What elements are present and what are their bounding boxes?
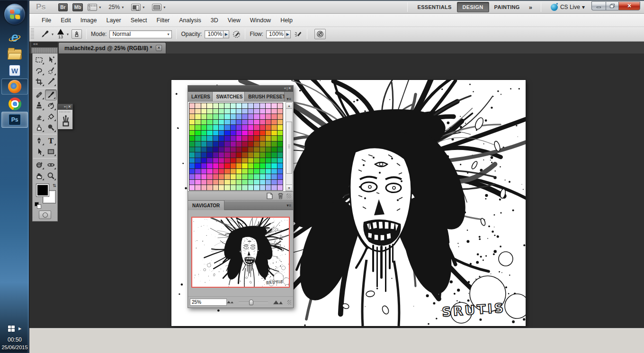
swatch-cell[interactable] <box>231 103 236 108</box>
swatch-cell[interactable] <box>219 163 224 168</box>
quick-mask-button[interactable] <box>39 211 51 219</box>
swatch-cell[interactable] <box>231 109 236 114</box>
menu-edit[interactable]: Edit <box>56 15 76 26</box>
navigator-menu-icon[interactable]: ▾≡ <box>285 203 293 208</box>
swatch-cell[interactable] <box>248 158 253 163</box>
swatch-cell[interactable] <box>224 174 230 179</box>
swatch-cell[interactable] <box>213 147 218 152</box>
scroll-down-icon[interactable]: ▼ <box>286 185 292 191</box>
swatch-cell[interactable] <box>224 125 230 130</box>
swatch-cell[interactable] <box>213 125 218 130</box>
panel-group-header[interactable]: «|✕ <box>188 86 293 92</box>
swatch-cell[interactable] <box>266 152 271 158</box>
tool-lasso[interactable] <box>33 65 45 76</box>
swatch-cell[interactable] <box>271 147 277 152</box>
swatch-cell[interactable] <box>195 158 200 163</box>
tool-crop[interactable] <box>33 76 45 87</box>
swatch-cell[interactable] <box>266 114 271 119</box>
document-close-icon[interactable]: ✕ <box>156 45 162 51</box>
swatch-cell[interactable] <box>266 174 271 179</box>
swatch-cell[interactable] <box>207 131 212 136</box>
swatch-cell[interactable] <box>231 125 236 130</box>
swatch-cell[interactable] <box>248 180 253 185</box>
swatch-cell[interactable] <box>219 158 224 163</box>
swatch-cell[interactable] <box>242 185 247 190</box>
swatch-cell[interactable] <box>236 163 242 168</box>
swatch-cell[interactable] <box>248 109 253 114</box>
swatch-cell[interactable] <box>254 152 259 158</box>
swatch-cell[interactable] <box>248 147 253 152</box>
tab-brush-presets[interactable]: BRUSH PRESETS <box>245 92 285 101</box>
delete-swatch-button[interactable] <box>277 193 284 199</box>
swatch-cell[interactable] <box>219 114 224 119</box>
swatch-cell[interactable] <box>207 185 212 190</box>
tool-hand[interactable] <box>33 170 45 181</box>
options-bar-grip[interactable] <box>31 28 34 40</box>
swatch-cell[interactable] <box>224 152 230 158</box>
swatch-cell[interactable] <box>260 152 265 158</box>
swatch-cell[interactable] <box>277 131 283 136</box>
swatch-cell[interactable] <box>242 114 247 119</box>
swatch-cell[interactable] <box>236 152 242 158</box>
swatch-cell[interactable] <box>219 174 224 179</box>
taskbar-clock-time[interactable]: 00:50 <box>0 336 29 343</box>
swatch-cell[interactable] <box>254 185 259 190</box>
brush-picker-arrow[interactable]: ▾ <box>67 32 69 36</box>
workspace-essentials[interactable]: ESSENTIALS <box>412 2 457 12</box>
cs-live-dropdown[interactable]: CS Live▾ <box>551 4 585 11</box>
swatch-cell[interactable] <box>277 147 283 152</box>
workspace-design[interactable]: DESIGN <box>457 2 489 12</box>
tool-3d-rotate[interactable] <box>33 159 45 170</box>
swatch-cell[interactable] <box>271 120 277 125</box>
swatch-cell[interactable] <box>277 169 283 174</box>
swatch-cell[interactable] <box>195 180 200 185</box>
swatch-cell[interactable] <box>248 169 253 174</box>
swatch-cell[interactable] <box>231 158 236 163</box>
tab-layers[interactable]: LAYERS <box>188 92 213 101</box>
swatch-cell[interactable] <box>242 180 247 185</box>
swatch-cell[interactable] <box>201 109 206 114</box>
tool-preset-picker[interactable]: ▾ <box>40 30 54 38</box>
swatch-cell[interactable] <box>242 152 247 158</box>
swatch-cell[interactable] <box>242 169 247 174</box>
swatch-cell[interactable] <box>254 103 259 108</box>
swatch-cell[interactable] <box>277 109 283 114</box>
swatch-cell[interactable] <box>207 163 212 168</box>
swatch-cell[interactable] <box>195 131 200 136</box>
swatch-cell[interactable] <box>254 141 259 147</box>
tool-type[interactable]: T <box>45 135 57 146</box>
swatch-cell[interactable] <box>242 109 247 114</box>
swatch-cell[interactable] <box>219 131 224 136</box>
zoom-in-icon[interactable] <box>273 300 283 304</box>
toggle-brush-panel-button[interactable] <box>72 29 82 39</box>
swatch-cell[interactable] <box>231 120 236 125</box>
swatch-cell[interactable] <box>213 131 218 136</box>
swatch-cell[interactable] <box>213 136 218 141</box>
swatch-cell[interactable] <box>271 114 277 119</box>
swatch-cell[interactable] <box>213 180 218 185</box>
swatch-cell[interactable] <box>277 120 283 125</box>
swatch-cell[interactable] <box>189 158 195 163</box>
swatch-cell[interactable] <box>242 163 247 168</box>
menu-view[interactable]: View <box>223 15 245 26</box>
swatch-cell[interactable] <box>242 147 247 152</box>
swatch-cell[interactable] <box>201 120 206 125</box>
swatch-cell[interactable] <box>236 114 242 119</box>
arrange-documents-dropdown[interactable]: ▾ <box>131 4 144 11</box>
swatch-cell[interactable] <box>219 169 224 174</box>
swatch-cell[interactable] <box>271 136 277 141</box>
swatch-cell[interactable] <box>213 109 218 114</box>
swatch-cell[interactable] <box>266 136 271 141</box>
menu-select[interactable]: Select <box>126 15 152 26</box>
swatch-cell[interactable] <box>224 147 230 152</box>
panel-resize-grip[interactable] <box>286 194 291 198</box>
swatch-cell[interactable] <box>260 163 265 168</box>
swatch-cell[interactable] <box>254 174 259 179</box>
tool-zoom[interactable] <box>45 170 57 181</box>
mini-panel-grip[interactable] <box>60 111 71 113</box>
swatch-cell[interactable] <box>231 131 236 136</box>
swatch-cell[interactable] <box>195 152 200 158</box>
swatch-cell[interactable] <box>207 147 212 152</box>
swatch-cell[interactable] <box>224 109 230 114</box>
swatch-cell[interactable] <box>260 114 265 119</box>
